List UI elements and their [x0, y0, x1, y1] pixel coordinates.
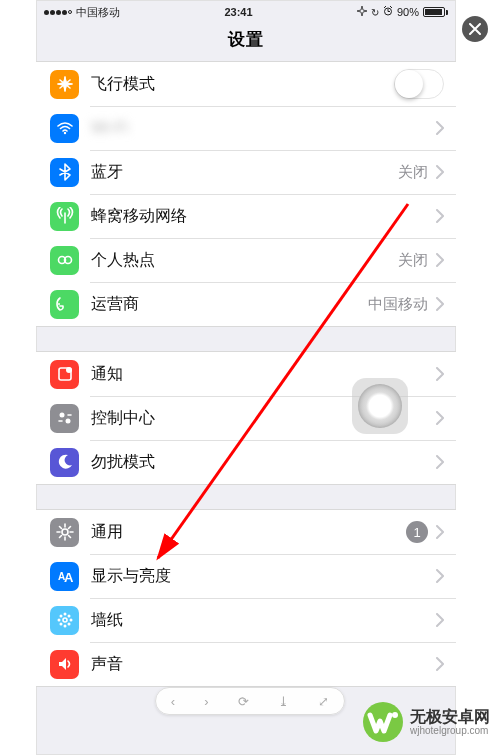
battery-pct: 90%	[397, 6, 419, 18]
assistive-touch-button[interactable]	[352, 378, 408, 434]
bluetooth-icon	[50, 158, 79, 187]
settings-row-wallpaper[interactable]: 墙纸	[36, 598, 456, 642]
location-icon	[357, 6, 367, 18]
gear-icon	[50, 518, 79, 547]
page-title: 设置	[36, 22, 456, 61]
hotspot-icon	[50, 246, 79, 275]
chevron-right-icon	[436, 367, 444, 381]
alarm-icon	[383, 6, 393, 18]
row-value: 关闭	[398, 163, 428, 182]
chevron-right-icon	[436, 253, 444, 267]
settings-row-bluetooth[interactable]: 蓝牙 关闭	[36, 150, 456, 194]
overlay-close-button[interactable]	[462, 16, 488, 42]
settings-row-carrier[interactable]: 运营商 中国移动	[36, 282, 456, 326]
chevron-right-icon	[436, 165, 444, 179]
row-label: 蜂窝移动网络	[79, 206, 428, 227]
toolbar-expand-icon[interactable]: ⤢	[318, 694, 329, 709]
svg-point-1	[63, 132, 65, 134]
chevron-right-icon	[436, 525, 444, 539]
watermark-title: 无极安卓网	[410, 708, 490, 726]
row-label: 墙纸	[79, 610, 428, 631]
svg-point-19	[59, 623, 62, 626]
row-label: 勿扰模式	[79, 452, 428, 473]
svg-point-16	[69, 619, 72, 622]
moon-icon	[50, 448, 79, 477]
settings-row-hotspot[interactable]: 个人热点 关闭	[36, 238, 456, 282]
status-time: 23:41	[224, 6, 252, 18]
svg-point-14	[63, 625, 66, 628]
status-bar: 中国移动 23:41 ↻ 90%	[36, 0, 456, 22]
settings-row-wifi[interactable]: Wi-Fi	[36, 106, 456, 150]
settings-row-gear[interactable]: 通用 1	[36, 510, 456, 554]
phone-frame: 中国移动 23:41 ↻ 90% 设置 飞行模式 Wi-Fi 蓝牙 关闭 蜂窝移…	[36, 0, 456, 755]
sound-icon	[50, 650, 79, 679]
chevron-right-icon	[436, 569, 444, 583]
row-label: 通用	[79, 522, 406, 543]
signal-dots	[44, 10, 72, 15]
svg-point-17	[59, 615, 62, 618]
toggle-switch[interactable]	[394, 69, 444, 99]
control-icon	[50, 404, 79, 433]
chevron-right-icon	[436, 209, 444, 223]
watermark-url: wjhotelgroup.com	[410, 725, 490, 736]
row-label: Wi-Fi	[79, 119, 428, 137]
svg-point-4	[58, 303, 60, 305]
svg-point-6	[66, 367, 72, 373]
rotation-lock-icon: ↻	[371, 7, 379, 18]
svg-point-23	[392, 712, 398, 718]
toolbar-download-icon[interactable]: ⤓	[278, 694, 289, 709]
chevron-right-icon	[436, 121, 444, 135]
chevron-right-icon	[436, 613, 444, 627]
row-label: 飞行模式	[79, 74, 394, 95]
row-label: 运营商	[79, 294, 368, 315]
wifi-icon	[50, 114, 79, 143]
svg-point-18	[67, 615, 70, 618]
airplane-icon	[50, 70, 79, 99]
svg-point-7	[59, 413, 64, 418]
svg-point-13	[63, 613, 66, 616]
assistive-touch-icon	[358, 384, 402, 428]
chevron-right-icon	[436, 411, 444, 425]
watermark: 无极安卓网 wjhotelgroup.com	[362, 701, 490, 743]
watermark-logo-icon	[362, 701, 404, 743]
cellular-icon	[50, 202, 79, 231]
row-label: 显示与亮度	[79, 566, 428, 587]
battery-icon	[423, 7, 448, 17]
svg-point-12	[63, 618, 67, 622]
settings-row-sound[interactable]: 声音	[36, 642, 456, 686]
chevron-right-icon	[436, 657, 444, 671]
badge: 1	[406, 521, 428, 543]
row-label: 声音	[79, 654, 428, 675]
settings-group: 通用 1 AA 显示与亮度 墙纸 声音	[36, 509, 456, 687]
svg-point-15	[57, 619, 60, 622]
browser-toolbar: ‹ › ⟳ ⤓ ⤢	[155, 687, 345, 715]
svg-point-9	[62, 529, 68, 535]
svg-point-8	[65, 419, 70, 424]
settings-row-airplane[interactable]: 飞行模式	[36, 62, 456, 106]
settings-group: 飞行模式 Wi-Fi 蓝牙 关闭 蜂窝移动网络 个人热点 关闭 运营商 中国移动	[36, 61, 456, 327]
settings-row-moon[interactable]: 勿扰模式	[36, 440, 456, 484]
row-label: 个人热点	[79, 250, 398, 271]
toolbar-back-icon[interactable]: ‹	[171, 694, 175, 709]
screenshot-stage: 中国移动 23:41 ↻ 90% 设置 飞行模式 Wi-Fi 蓝牙 关闭 蜂窝移…	[0, 0, 500, 755]
display-icon: AA	[50, 562, 79, 591]
svg-point-20	[67, 623, 70, 626]
toolbar-forward-icon[interactable]: ›	[204, 694, 208, 709]
row-value: 中国移动	[368, 295, 428, 314]
chevron-right-icon	[436, 455, 444, 469]
row-label: 蓝牙	[79, 162, 398, 183]
notification-icon	[50, 360, 79, 389]
carrier-icon	[50, 290, 79, 319]
chevron-right-icon	[436, 297, 444, 311]
wallpaper-icon	[50, 606, 79, 635]
carrier-label: 中国移动	[76, 5, 120, 20]
row-value: 关闭	[398, 251, 428, 270]
settings-row-cellular[interactable]: 蜂窝移动网络	[36, 194, 456, 238]
toolbar-refresh-icon[interactable]: ⟳	[238, 694, 249, 709]
settings-row-display[interactable]: AA 显示与亮度	[36, 554, 456, 598]
svg-text:A: A	[64, 570, 74, 585]
